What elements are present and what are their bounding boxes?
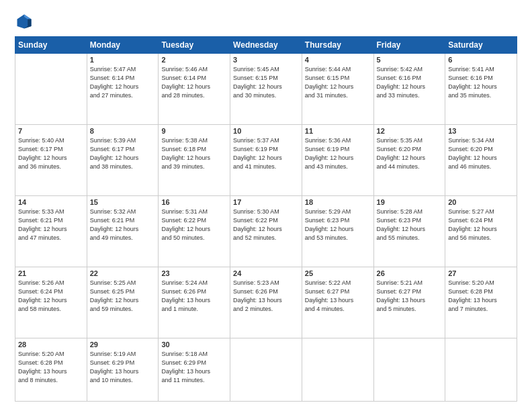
day-number: 17 [233, 198, 299, 206]
logo [15, 12, 38, 31]
week-row-4: 21Sunrise: 5:26 AM Sunset: 6:24 PM Dayli… [15, 267, 517, 338]
calendar-cell: 21Sunrise: 5:26 AM Sunset: 6:24 PM Dayli… [15, 267, 87, 338]
cell-info: Sunrise: 5:19 AM Sunset: 6:29 PM Dayligh… [90, 350, 156, 385]
day-number: 13 [448, 127, 514, 135]
cell-info: Sunrise: 5:24 AM Sunset: 6:26 PM Dayligh… [161, 279, 227, 314]
week-row-3: 14Sunrise: 5:33 AM Sunset: 6:21 PM Dayli… [15, 195, 517, 267]
cell-info: Sunrise: 5:32 AM Sunset: 6:21 PM Dayligh… [90, 208, 156, 242]
weekday-header-friday: Friday [373, 37, 445, 54]
calendar-cell: 12Sunrise: 5:35 AM Sunset: 6:20 PM Dayli… [373, 124, 445, 195]
calendar-cell: 27Sunrise: 5:20 AM Sunset: 6:28 PM Dayli… [445, 267, 517, 338]
day-number: 1 [90, 56, 156, 64]
cell-info: Sunrise: 5:36 AM Sunset: 6:19 PM Dayligh… [305, 136, 371, 171]
cell-info: Sunrise: 5:31 AM Sunset: 6:22 PM Dayligh… [161, 208, 227, 242]
calendar-table: SundayMondayTuesdayWednesdayThursdayFrid… [15, 36, 517, 402]
day-number: 6 [448, 56, 514, 64]
day-number: 29 [90, 340, 156, 349]
weekday-header-tuesday: Tuesday [159, 37, 230, 54]
day-number: 18 [305, 198, 371, 206]
day-number: 8 [90, 127, 156, 135]
weekday-header-saturday: Saturday [445, 37, 517, 54]
weekday-header-wednesday: Wednesday [230, 37, 302, 54]
cell-info: Sunrise: 5:20 AM Sunset: 6:28 PM Dayligh… [18, 350, 84, 385]
calendar-cell: 6Sunrise: 5:41 AM Sunset: 6:16 PM Daylig… [445, 54, 517, 125]
page: SundayMondayTuesdayWednesdayThursdayFrid… [0, 0, 532, 411]
cell-info: Sunrise: 5:45 AM Sunset: 6:15 PM Dayligh… [233, 65, 299, 100]
day-number: 22 [90, 269, 156, 277]
day-number: 24 [233, 269, 299, 277]
calendar-cell: 15Sunrise: 5:32 AM Sunset: 6:21 PM Dayli… [87, 195, 159, 267]
day-number: 16 [161, 198, 227, 206]
week-row-5: 28Sunrise: 5:20 AM Sunset: 6:28 PM Dayli… [15, 338, 517, 402]
calendar-cell: 8Sunrise: 5:39 AM Sunset: 6:17 PM Daylig… [87, 124, 159, 195]
calendar-cell: 30Sunrise: 5:18 AM Sunset: 6:29 PM Dayli… [159, 338, 230, 402]
calendar-cell [230, 338, 302, 402]
calendar-cell: 25Sunrise: 5:22 AM Sunset: 6:27 PM Dayli… [302, 267, 373, 338]
day-number: 21 [18, 269, 84, 277]
day-number: 9 [161, 127, 227, 135]
day-number: 10 [233, 127, 299, 135]
week-row-2: 7Sunrise: 5:40 AM Sunset: 6:17 PM Daylig… [15, 124, 517, 195]
day-number: 30 [161, 340, 227, 349]
day-number: 26 [377, 269, 443, 277]
calendar-cell: 11Sunrise: 5:36 AM Sunset: 6:19 PM Dayli… [302, 124, 373, 195]
calendar-cell: 3Sunrise: 5:45 AM Sunset: 6:15 PM Daylig… [230, 54, 302, 125]
weekday-header-sunday: Sunday [15, 37, 87, 54]
cell-info: Sunrise: 5:41 AM Sunset: 6:16 PM Dayligh… [448, 65, 514, 100]
day-number: 7 [18, 127, 84, 135]
cell-info: Sunrise: 5:26 AM Sunset: 6:24 PM Dayligh… [18, 279, 84, 314]
calendar-cell: 1Sunrise: 5:47 AM Sunset: 6:14 PM Daylig… [87, 54, 159, 125]
logo-icon [15, 12, 34, 31]
day-number: 27 [448, 269, 514, 277]
calendar-cell: 19Sunrise: 5:28 AM Sunset: 6:23 PM Dayli… [373, 195, 445, 267]
day-number: 14 [18, 198, 84, 206]
cell-info: Sunrise: 5:23 AM Sunset: 6:26 PM Dayligh… [233, 279, 299, 314]
week-row-1: 1Sunrise: 5:47 AM Sunset: 6:14 PM Daylig… [15, 54, 517, 125]
weekday-header-row: SundayMondayTuesdayWednesdayThursdayFrid… [15, 37, 517, 54]
calendar-cell [302, 338, 373, 402]
day-number: 11 [305, 127, 371, 135]
cell-info: Sunrise: 5:42 AM Sunset: 6:16 PM Dayligh… [377, 65, 443, 100]
day-number: 25 [305, 269, 371, 277]
calendar-cell: 13Sunrise: 5:34 AM Sunset: 6:20 PM Dayli… [445, 124, 517, 195]
cell-info: Sunrise: 5:40 AM Sunset: 6:17 PM Dayligh… [18, 136, 84, 171]
cell-info: Sunrise: 5:38 AM Sunset: 6:18 PM Dayligh… [161, 136, 227, 171]
calendar-cell [15, 54, 87, 125]
cell-info: Sunrise: 5:44 AM Sunset: 6:15 PM Dayligh… [305, 65, 371, 100]
day-number: 5 [377, 56, 443, 64]
calendar-cell: 16Sunrise: 5:31 AM Sunset: 6:22 PM Dayli… [159, 195, 230, 267]
calendar-cell: 7Sunrise: 5:40 AM Sunset: 6:17 PM Daylig… [15, 124, 87, 195]
cell-info: Sunrise: 5:18 AM Sunset: 6:29 PM Dayligh… [161, 350, 227, 385]
calendar-cell: 26Sunrise: 5:21 AM Sunset: 6:27 PM Dayli… [373, 267, 445, 338]
cell-info: Sunrise: 5:28 AM Sunset: 6:23 PM Dayligh… [377, 208, 443, 242]
calendar-cell: 20Sunrise: 5:27 AM Sunset: 6:24 PM Dayli… [445, 195, 517, 267]
cell-info: Sunrise: 5:35 AM Sunset: 6:20 PM Dayligh… [377, 136, 443, 171]
calendar-cell: 24Sunrise: 5:23 AM Sunset: 6:26 PM Dayli… [230, 267, 302, 338]
day-number: 3 [233, 56, 299, 64]
calendar-cell: 9Sunrise: 5:38 AM Sunset: 6:18 PM Daylig… [159, 124, 230, 195]
calendar-cell [445, 338, 517, 402]
cell-info: Sunrise: 5:20 AM Sunset: 6:28 PM Dayligh… [448, 279, 514, 314]
calendar-cell: 29Sunrise: 5:19 AM Sunset: 6:29 PM Dayli… [87, 338, 159, 402]
weekday-header-thursday: Thursday [302, 37, 373, 54]
calendar-cell: 10Sunrise: 5:37 AM Sunset: 6:19 PM Dayli… [230, 124, 302, 195]
cell-info: Sunrise: 5:25 AM Sunset: 6:25 PM Dayligh… [90, 279, 156, 314]
cell-info: Sunrise: 5:34 AM Sunset: 6:20 PM Dayligh… [448, 136, 514, 171]
weekday-header-monday: Monday [87, 37, 159, 54]
day-number: 23 [161, 269, 227, 277]
calendar-cell: 17Sunrise: 5:30 AM Sunset: 6:22 PM Dayli… [230, 195, 302, 267]
calendar-cell: 14Sunrise: 5:33 AM Sunset: 6:21 PM Dayli… [15, 195, 87, 267]
cell-info: Sunrise: 5:22 AM Sunset: 6:27 PM Dayligh… [305, 279, 371, 314]
calendar-cell: 23Sunrise: 5:24 AM Sunset: 6:26 PM Dayli… [159, 267, 230, 338]
day-number: 2 [161, 56, 227, 64]
day-number: 15 [90, 198, 156, 206]
day-number: 20 [448, 198, 514, 206]
cell-info: Sunrise: 5:39 AM Sunset: 6:17 PM Dayligh… [90, 136, 156, 171]
calendar-cell: 18Sunrise: 5:29 AM Sunset: 6:23 PM Dayli… [302, 195, 373, 267]
cell-info: Sunrise: 5:37 AM Sunset: 6:19 PM Dayligh… [233, 136, 299, 171]
calendar-cell [373, 338, 445, 402]
calendar-cell: 22Sunrise: 5:25 AM Sunset: 6:25 PM Dayli… [87, 267, 159, 338]
day-number: 28 [18, 340, 84, 349]
calendar-cell: 4Sunrise: 5:44 AM Sunset: 6:15 PM Daylig… [302, 54, 373, 125]
calendar-cell: 2Sunrise: 5:46 AM Sunset: 6:14 PM Daylig… [159, 54, 230, 125]
